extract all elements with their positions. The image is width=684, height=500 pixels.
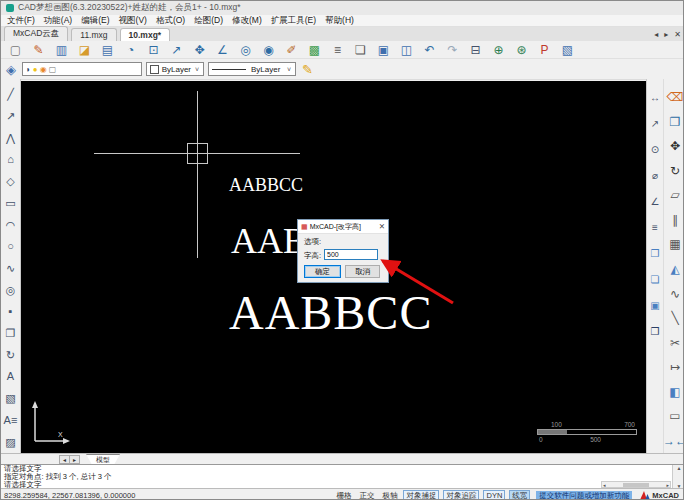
scroll-right-icon[interactable]: ▸ (666, 482, 669, 488)
scroll-up-icon[interactable]: ▲ (677, 465, 682, 471)
sketch-edit-button[interactable]: ✎ (27, 41, 50, 59)
mtext-tool[interactable]: A≡ (1, 410, 21, 432)
tab-prev-icon[interactable]: ◂ (654, 30, 658, 39)
command-horizontal-scrollbar[interactable]: ◂▸ (601, 481, 671, 488)
erase-tool[interactable]: ⌫ (664, 85, 684, 110)
dim-baseline-tool[interactable]: ≡ (647, 215, 664, 241)
point-tool[interactable]: ▪ (1, 301, 21, 323)
box-3d-tool[interactable]: ◧ (664, 379, 684, 404)
copy-tool[interactable]: ❐ (664, 110, 684, 135)
toggle-polar[interactable]: 极轴 (380, 491, 399, 500)
tab-mxcad-cloud[interactable]: MxCAD云盘 (4, 26, 68, 41)
menu-edit[interactable]: 编辑(E) (81, 15, 109, 27)
print-button[interactable]: ⊟ (464, 41, 487, 59)
insert-image-button[interactable]: ▧ (556, 41, 579, 59)
select-similar-tool[interactable]: ❐ (647, 241, 664, 267)
scale-tool[interactable]: ▱ (664, 183, 684, 208)
dim-radius-tool[interactable]: ⊙ (647, 137, 664, 163)
pdf-export-button[interactable]: P (533, 41, 556, 59)
rotate-tool[interactable]: ↻ (664, 159, 684, 184)
command-line-panel[interactable]: 请选择文字指定对角点: 找到 3 个, 总计 3 个请选择文字 ▲▼ ◂▸ (1, 464, 684, 488)
measure-button[interactable]: ∠ (211, 41, 234, 59)
toggle-grid[interactable]: 栅格 (334, 491, 353, 500)
pan-button[interactable]: ✥ (188, 41, 211, 59)
color-palette-button[interactable]: ▩ (303, 41, 326, 59)
new-file-button[interactable]: ▢ (4, 41, 27, 59)
polyline-edit-tool[interactable]: ╲ (664, 306, 684, 331)
scroll-thumb[interactable] (623, 483, 649, 487)
dim-diameter-tool[interactable]: ⌀ (647, 163, 664, 189)
layout-prev-icon[interactable]: ◂ (60, 456, 70, 463)
array-tool[interactable]: ▦ (664, 232, 684, 257)
undo-button[interactable]: ↶ (418, 41, 441, 59)
screen-button[interactable]: ▣ (372, 41, 395, 59)
zoom-extents-button[interactable]: ↗ (165, 41, 188, 59)
toggle-ortho[interactable]: 正交 (357, 491, 376, 500)
menu-format[interactable]: 格式(O) (156, 15, 185, 27)
mirror-tool[interactable]: ◭ (664, 257, 684, 282)
menu-express-tools[interactable]: 扩展工具(E) (271, 15, 316, 27)
revision-rect-tool[interactable]: ▭ (664, 404, 684, 429)
tab-11mxg[interactable]: 11.mxg (71, 28, 116, 41)
toggle-osnap[interactable]: 对象捕捉 (403, 490, 439, 500)
tab-close-icon[interactable]: ✕ (674, 30, 681, 39)
offset-tool[interactable]: ∥ (664, 208, 684, 233)
layout-next-icon[interactable]: ▸ (70, 456, 79, 463)
line-tool[interactable]: ╱ (1, 84, 21, 106)
dim-linear-tool[interactable]: ↔ (647, 85, 664, 111)
page-setup-button[interactable]: ❏ (349, 41, 372, 59)
menu-file[interactable]: 文件(F) (7, 15, 35, 27)
redo-button[interactable]: ↷ (441, 41, 464, 59)
zoom-realtime-button[interactable]: ◔ (119, 41, 142, 59)
select-window-tool[interactable]: ❏ (647, 267, 664, 293)
feedback-link[interactable]: 提交软件问题或增加新功能 (536, 491, 632, 500)
dim-angular-tool[interactable]: ∠ (647, 189, 664, 215)
extend-tool[interactable]: ↦ (664, 355, 684, 380)
text-tool[interactable]: A (1, 366, 21, 388)
edit-pencil-icon[interactable]: ✎ (302, 62, 313, 77)
dim-aligned-tool[interactable]: ↗ (647, 111, 664, 137)
spline-tool[interactable]: ∿ (1, 258, 21, 280)
open-folder-button[interactable]: ◪ (73, 41, 96, 59)
scroll-left-icon[interactable]: ◂ (603, 482, 606, 488)
arc-tool[interactable]: ◠ (1, 214, 21, 236)
layer-combo[interactable]: ◗●◉▢ (22, 62, 142, 76)
web-button[interactable]: ⊕ (487, 41, 510, 59)
menu-help[interactable]: 帮助(H) (325, 15, 354, 27)
tab-10mxg[interactable]: 10.mxg* (120, 28, 171, 41)
save-button[interactable]: ▥ (50, 41, 73, 59)
menu-function[interactable]: 功能(A) (44, 15, 72, 27)
ellipse-tool[interactable]: ◎ (1, 279, 21, 301)
menu-draw[interactable]: 绘图(D) (194, 15, 223, 27)
text-height-input[interactable] (324, 249, 378, 260)
zoom-object-button[interactable]: ◎ (234, 41, 257, 59)
match-properties-tool[interactable]: ❐ (647, 319, 664, 345)
join-tool[interactable]: →← (664, 428, 684, 453)
image-tool[interactable]: ▧ (1, 388, 21, 410)
draw-pencil-button[interactable]: ✐ (280, 41, 303, 59)
rotate-block-tool[interactable]: ↻ (1, 344, 21, 366)
polygon-irregular-tool[interactable]: ◇ (1, 171, 21, 193)
trim-tool[interactable]: ✂ (664, 330, 684, 355)
revcloud-tool[interactable]: ∿ (664, 281, 684, 306)
toggle-lineweight[interactable]: 线宽 (509, 490, 530, 500)
ok-button[interactable]: 确定 (304, 265, 341, 278)
close-icon[interactable]: ✕ (379, 222, 385, 231)
menu-modify[interactable]: 修改(M) (232, 15, 262, 27)
toggle-dyn[interactable]: DYN (483, 490, 505, 500)
command-vertical-scrollbar[interactable]: ▲▼ (672, 465, 684, 489)
layers-icon[interactable]: ◈ (6, 62, 16, 77)
select-layer-tool[interactable]: ▣ (647, 293, 664, 319)
toggle-otrack[interactable]: 对象追踪 (443, 490, 479, 500)
export-button[interactable]: ◫ (395, 41, 418, 59)
rectangle-tool[interactable]: ▭ (1, 193, 21, 215)
web-cad-button[interactable]: ⊛ (510, 41, 533, 59)
color-combo[interactable]: ByLayer ˅ (146, 62, 204, 76)
polygon-tool[interactable]: ⌂ (1, 149, 21, 171)
polyline-tool[interactable]: ⋀ (1, 127, 21, 149)
tab-next-icon[interactable]: ▸ (664, 30, 668, 39)
hatch-tool[interactable]: ▨ (1, 431, 21, 453)
menu-view[interactable]: 视图(V) (119, 15, 147, 27)
save-as-button[interactable]: ▤ (96, 41, 119, 59)
linetype-combo[interactable]: ByLayer ˅ (208, 62, 296, 76)
